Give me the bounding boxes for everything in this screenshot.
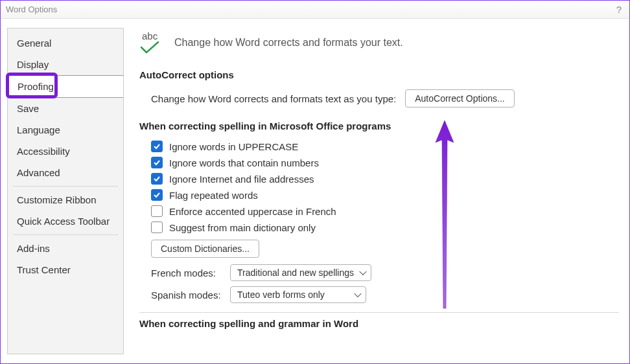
options-sidebar: General Display Proofing Save Language A… [7, 28, 124, 354]
section-title-autocorrect: AutoCorrect options [139, 69, 619, 80]
spanish-modes-select[interactable]: Tuteo verb forms only [230, 286, 366, 303]
check-ignore-numbers[interactable]: Ignore words that contain numbers [151, 157, 619, 168]
titlebar: Word Options ? [1, 1, 629, 19]
window-title: Word Options [6, 5, 57, 14]
custom-dictionaries-button[interactable]: Custom Dictionaries... [151, 240, 259, 258]
check-label: Ignore words that contain numbers [169, 157, 319, 168]
checkbox-icon[interactable] [151, 222, 163, 233]
sidebar-item-advanced[interactable]: Advanced [8, 162, 123, 183]
sidebar-item-language[interactable]: Language [8, 119, 123, 141]
options-content: abc Change how Word corrects and formats… [124, 19, 629, 363]
help-button[interactable]: ? [614, 4, 624, 15]
checkbox-icon[interactable] [151, 173, 163, 185]
section-divider [139, 312, 619, 313]
sidebar-item-general[interactable]: General [8, 32, 123, 54]
sidebar-item-display[interactable]: Display [8, 54, 123, 75]
check-label: Suggest from main dictionary only [169, 222, 316, 233]
check-label: Ignore Internet and file addresses [169, 174, 314, 185]
sidebar-item-save[interactable]: Save [8, 98, 123, 119]
checkbox-icon[interactable] [151, 157, 163, 168]
checkmark-icon [139, 41, 160, 55]
check-main-dict-only[interactable]: Suggest from main dictionary only [151, 222, 619, 233]
sidebar-item-quick-access[interactable]: Quick Access Toolbar [8, 210, 123, 232]
french-modes-select[interactable]: Traditional and new spellings [230, 264, 371, 281]
checkbox-icon[interactable] [151, 141, 163, 152]
spanish-modes-value: Tuteo verb forms only [237, 290, 325, 300]
sidebar-item-customize-ribbon[interactable]: Customize Ribbon [8, 189, 123, 210]
check-ignore-uppercase[interactable]: Ignore words in UPPERCASE [151, 141, 619, 152]
sidebar-item-trust-center[interactable]: Trust Center [8, 259, 123, 280]
sidebar-item-accessibility[interactable]: Accessibility [8, 141, 123, 162]
proofing-icon: abc [139, 32, 165, 54]
custom-dictionaries-button-label: Custom Dictionaries... [161, 244, 250, 254]
spelling-checkbox-list: Ignore words in UPPERCASE Ignore words t… [139, 141, 619, 258]
checkbox-icon[interactable] [151, 205, 163, 217]
french-modes-label: French modes: [151, 267, 222, 279]
check-ignore-internet[interactable]: Ignore Internet and file addresses [151, 173, 619, 185]
word-options-window: Word Options ? General Display Proofing … [0, 0, 630, 364]
check-flag-repeated[interactable]: Flag repeated words [151, 189, 619, 201]
check-label: Ignore words in UPPERCASE [169, 141, 298, 152]
autocorrect-label: Change how Word corrects and formats tex… [151, 93, 396, 104]
content-header: abc Change how Word corrects and formats… [139, 32, 619, 54]
autocorrect-options-button-label: AutoCorrect Options... [415, 93, 505, 104]
french-modes-value: Traditional and new spellings [237, 267, 354, 278]
check-accented-french[interactable]: Enforce accented uppercase in French [151, 205, 619, 217]
section-title-spelling-office: When correcting spelling in Microsoft Of… [139, 120, 619, 131]
proofing-icon-text: abc [142, 30, 158, 41]
sidebar-item-proofing[interactable]: Proofing [8, 75, 124, 98]
sidebar-item-addins[interactable]: Add-ins [8, 238, 123, 259]
autocorrect-options-button[interactable]: AutoCorrect Options... [405, 89, 515, 108]
sidebar-divider [13, 234, 118, 235]
check-label: Flag repeated words [169, 190, 258, 201]
section-title-spelling-word: When correcting spelling and grammar in … [139, 318, 619, 329]
check-label: Enforce accented uppercase in French [169, 206, 336, 217]
spanish-modes-label: Spanish modes: [151, 290, 222, 301]
sidebar-divider [13, 186, 118, 187]
checkbox-icon[interactable] [151, 189, 163, 201]
content-header-text: Change how Word corrects and formats you… [174, 37, 403, 49]
